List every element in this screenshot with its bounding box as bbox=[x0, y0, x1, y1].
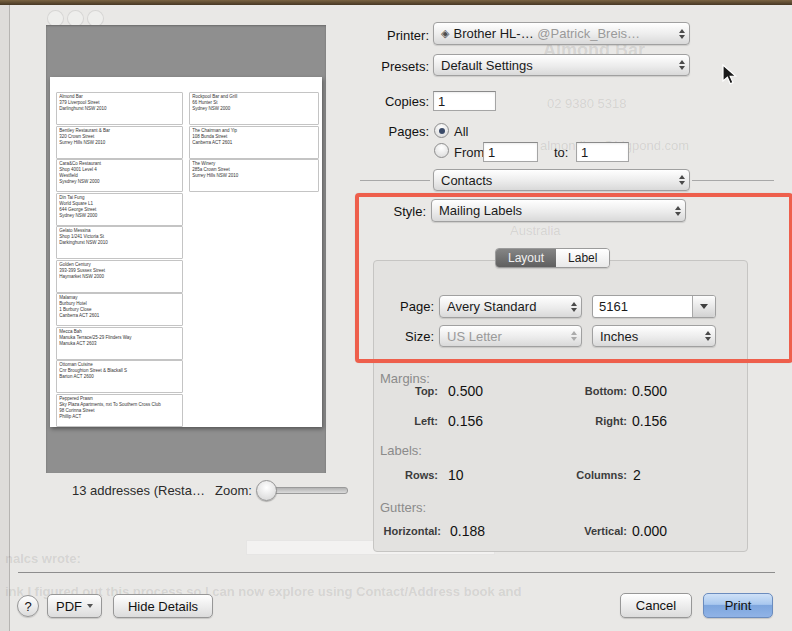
address-label: Cara&Co Restaurant Shop 4001 Level 4 Wes… bbox=[56, 159, 183, 192]
tab-label[interactable]: Label bbox=[556, 249, 609, 267]
address-label: Ottoman Cuisine Cnr Broughton Street & B… bbox=[56, 360, 183, 393]
chevron-down-icon bbox=[87, 604, 93, 608]
pages-from-input[interactable]: 1 bbox=[483, 142, 538, 162]
app-section-popup-value: Contacts bbox=[441, 173, 675, 188]
address-label-text: The Winery 285a Crown Street Surrey Hill… bbox=[190, 160, 319, 179]
presets-popup-value: Default Settings bbox=[441, 58, 675, 73]
address-label-text: The Chairman and Yip 108 Bunda Street Ca… bbox=[190, 127, 319, 146]
gutters-header: Gutters: bbox=[380, 500, 426, 515]
style-popup-value: Mailing Labels bbox=[439, 203, 671, 218]
zoom-slider-label: Zoom: bbox=[215, 483, 252, 498]
ghost-phone: 02 9380 5318 bbox=[547, 96, 627, 111]
address-label: Rockpool Bar and Grill 66 Hunter St Sydn… bbox=[189, 92, 319, 125]
popup-stepper-icon bbox=[675, 206, 681, 216]
rows-label: Rows: bbox=[330, 469, 438, 481]
margin-right-value: 0.156 bbox=[632, 413, 667, 429]
rows-value: 10 bbox=[448, 467, 464, 483]
vertical-gutter-label: Vertical: bbox=[520, 525, 627, 537]
printer-popup-value: Brother HL-… bbox=[453, 26, 533, 41]
desktop-strip bbox=[0, 0, 792, 5]
zoom-slider-knob[interactable] bbox=[256, 480, 277, 501]
hide-details-button[interactable]: Hide Details bbox=[113, 594, 213, 618]
page-code-value: 5161 bbox=[593, 296, 692, 317]
window-left-edge bbox=[0, 5, 10, 631]
preview-page: Almond Bar 379 Liverpool Street Darlingh… bbox=[50, 77, 322, 427]
label-column-right: Rockpool Bar and Grill 66 Hunter St Sydn… bbox=[189, 92, 319, 422]
page-type-popup-value: Avery Standard bbox=[447, 299, 567, 314]
address-label-text: Gelato Messina Shop 1/241 Victoria St Da… bbox=[57, 227, 183, 246]
address-label-text: Golden Century 393-399 Sussex Street Hay… bbox=[57, 261, 183, 280]
section-divider bbox=[692, 180, 774, 181]
address-label: Malamay Burbury Hotel 1 Burbury Close Ca… bbox=[56, 293, 183, 326]
address-label: Bentley Restaurant & Bar 320 Crown Stree… bbox=[56, 126, 183, 159]
chevron-down-icon bbox=[700, 304, 708, 309]
pdf-menu-label: PDF bbox=[56, 599, 82, 614]
footer-divider bbox=[18, 572, 775, 573]
print-button[interactable]: Print bbox=[703, 593, 773, 618]
pages-from-radio[interactable] bbox=[434, 143, 449, 158]
page-type-popup[interactable]: Avery Standard bbox=[439, 295, 582, 318]
popup-stepper-icon bbox=[571, 331, 577, 341]
vertical-gutter-value: 0.000 bbox=[632, 523, 667, 539]
presets-label: Presets: bbox=[330, 59, 429, 74]
help-button[interactable]: ? bbox=[17, 595, 39, 617]
units-popup-value: Inches bbox=[600, 329, 701, 344]
margin-top-value: 0.500 bbox=[448, 383, 483, 399]
address-label-text: Rockpool Bar and Grill 66 Hunter St Sydn… bbox=[190, 93, 319, 112]
address-label-text: Cara&Co Restaurant Shop 4001 Level 4 Wes… bbox=[57, 160, 183, 184]
popup-stepper-icon bbox=[679, 29, 685, 39]
printer-label: Printer: bbox=[330, 28, 429, 43]
margin-left-value: 0.156 bbox=[448, 413, 483, 429]
tab-layout[interactable]: Layout bbox=[496, 249, 556, 267]
address-label-text: Ottoman Cuisine Cnr Broughton Street & B… bbox=[57, 361, 183, 380]
pages-all-radio[interactable] bbox=[434, 123, 449, 138]
margin-left-label: Left: bbox=[330, 415, 438, 427]
horizontal-gutter-value: 0.188 bbox=[450, 523, 485, 539]
address-label: Din Tai Fung World Square L1 644 George … bbox=[56, 193, 183, 226]
labels-header: Labels: bbox=[380, 443, 422, 458]
page-label: Page: bbox=[354, 299, 434, 314]
pdf-menu-button[interactable]: PDF bbox=[47, 594, 102, 618]
address-label: Peppered Prawn Sky Plaza Apartments, nxt… bbox=[56, 394, 183, 427]
margin-top-label: Top: bbox=[330, 385, 438, 397]
page-code-combo[interactable]: 5161 bbox=[592, 295, 716, 318]
style-label: Style: bbox=[336, 204, 426, 219]
size-popup-value: US Letter bbox=[447, 329, 567, 344]
pages-to-label: to: bbox=[554, 145, 568, 160]
columns-label: Columns: bbox=[520, 469, 627, 481]
address-label-text: Peppered Prawn Sky Plaza Apartments, nxt… bbox=[57, 395, 183, 419]
copies-input[interactable]: 1 bbox=[433, 91, 496, 111]
address-label-text: Mecca Bah Manuka Terrace/25-29 Flinders … bbox=[57, 328, 183, 347]
margin-bottom-label: Bottom: bbox=[520, 385, 627, 397]
popup-stepper-icon bbox=[679, 175, 685, 185]
address-label: Almond Bar 379 Liverpool Street Darlingh… bbox=[56, 92, 183, 125]
print-dialog: Almond Bar 02 9380 5318 almondbar@bigpon… bbox=[0, 0, 792, 631]
address-label: Mecca Bah Manuka Terrace/25-29 Flinders … bbox=[56, 327, 183, 360]
address-label: Gelato Messina Shop 1/241 Victoria St Da… bbox=[56, 226, 183, 259]
combo-dropdown-button[interactable] bbox=[692, 296, 715, 317]
pages-label: Pages: bbox=[330, 124, 429, 139]
section-divider bbox=[360, 180, 430, 181]
presets-popup[interactable]: Default Settings bbox=[433, 54, 690, 76]
label-column-left: Almond Bar 379 Liverpool Street Darlingh… bbox=[56, 92, 183, 422]
address-label: Golden Century 393-399 Sussex Street Hay… bbox=[56, 260, 183, 293]
printer-popup[interactable]: ◈ Brother HL-… @Patrick_Breis… bbox=[433, 22, 690, 45]
print-preview-panel: Almond Bar 379 Liverpool Street Darlingh… bbox=[46, 25, 326, 473]
margin-bottom-value: 0.500 bbox=[632, 383, 667, 399]
copies-label: Copies: bbox=[330, 94, 429, 109]
address-label-text: Din Tai Fung World Square L1 644 George … bbox=[57, 194, 183, 218]
cancel-button[interactable]: Cancel bbox=[620, 593, 692, 618]
address-label: The Chairman and Yip 108 Bunda Street Ca… bbox=[189, 126, 319, 159]
printer-popup-host: @Patrick_Breis… bbox=[537, 26, 640, 41]
size-label: Size: bbox=[354, 329, 434, 344]
style-popup[interactable]: Mailing Labels bbox=[431, 199, 686, 222]
horizontal-gutter-label: Horizontal: bbox=[333, 525, 441, 537]
app-section-popup[interactable]: Contacts bbox=[433, 169, 690, 191]
units-popup[interactable]: Inches bbox=[592, 325, 716, 347]
address-count-text: 13 addresses (Resta… bbox=[72, 483, 205, 498]
mouse-cursor-icon bbox=[722, 64, 738, 86]
size-popup: US Letter bbox=[439, 325, 582, 347]
pages-to-input[interactable]: 1 bbox=[576, 142, 629, 162]
margin-right-label: Right: bbox=[520, 415, 627, 427]
popup-stepper-icon bbox=[705, 331, 711, 341]
